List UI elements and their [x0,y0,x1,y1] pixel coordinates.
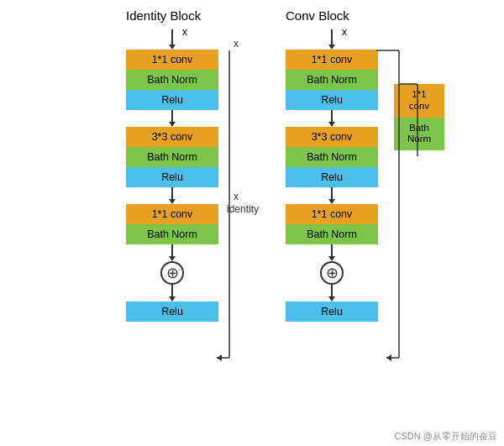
watermark: CSDN @从零开始的奋豆 [395,430,497,443]
identity-block-section: Identity Block x 1*1 conv Bath Norm Relu [126,8,218,322]
conv-side-conv: 1*1conv [394,84,444,118]
conv-relu2: Relu [286,167,378,187]
conv-bn1: Bath Norm [286,70,378,90]
conv-relu1: Relu [286,90,378,110]
diagram: Identity Block x 1*1 conv Bath Norm Relu [126,8,378,322]
svg-marker-2 [217,354,222,361]
identity-conv1: 1*1 conv [126,50,218,70]
identity-relu2: Relu [126,167,218,187]
conv-bn2: Bath Norm [286,147,378,167]
conv-conv1: 1*1 conv [286,50,378,70]
identity-input-label: x [182,26,187,38]
identity-skip-label2: identity [227,203,259,215]
identity-conv2: 3*3 conv [126,127,218,147]
conv-bn3: Bath Norm [286,224,378,244]
identity-relu1: Relu [126,90,218,110]
identity-relu-out: Relu [126,302,218,322]
conv-conv3: 1*1 conv [286,204,378,224]
svg-marker-6 [386,354,391,361]
conv-input-label: x [342,26,347,38]
identity-bn1: Bath Norm [126,70,218,90]
identity-skip-x-label: x [234,38,239,50]
conv-add-node: ⊕ [320,261,344,285]
identity-bn2: Bath Norm [126,147,218,167]
identity-add-node: ⊕ [160,261,184,285]
conv-conv2: 3*3 conv [286,127,378,147]
identity-bn3: Bath Norm [126,224,218,244]
main-container: Identity Block x 1*1 conv Bath Norm Relu [0,0,504,446]
identity-conv3: 1*1 conv [126,204,218,224]
conv-side-bn: BathNorm [394,118,444,151]
conv-relu-out: Relu [286,302,378,322]
conv-block-section: Conv Block x 1*1 conv Bath Norm Relu [286,8,378,322]
identity-block-title: Identity Block [126,8,218,23]
identity-skip-label1: x [234,191,239,202]
conv-block-title: Conv Block [286,8,378,23]
